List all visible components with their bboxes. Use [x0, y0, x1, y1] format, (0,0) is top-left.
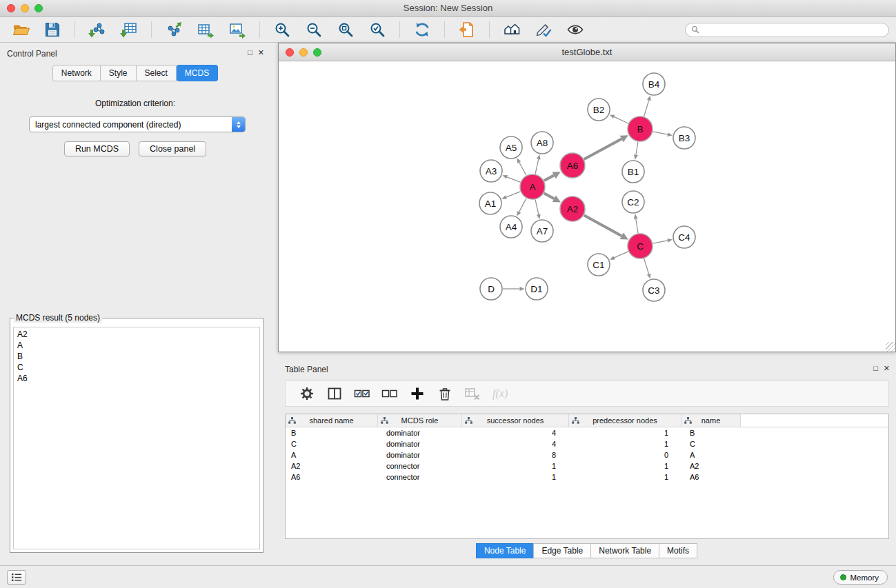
import-table-button[interactable]: [115, 19, 143, 40]
column-header-name[interactable]: name: [681, 414, 741, 427]
zoom-window-button[interactable]: [34, 4, 43, 12]
import-network-button[interactable]: [83, 19, 111, 40]
resize-grip-icon[interactable]: [886, 342, 895, 352]
export-document-button[interactable]: [453, 19, 481, 40]
edge-A-A6[interactable]: [544, 175, 554, 181]
minimize-window-button[interactable]: [21, 4, 29, 12]
zoom-fit-button[interactable]: [332, 19, 359, 40]
tab-edge-table[interactable]: Edge Table: [533, 543, 591, 558]
edge-A-A5[interactable]: [519, 163, 526, 176]
open-file-button[interactable]: [7, 19, 34, 40]
edge-C-C2[interactable]: [636, 219, 638, 233]
search-input[interactable]: [703, 25, 883, 34]
show-hide-eye-button[interactable]: [561, 19, 589, 40]
optimization-dropdown[interactable]: largest connected component (directed): [29, 116, 246, 132]
table-row[interactable]: Adominator80A: [286, 449, 888, 460]
node-A4[interactable]: A4: [500, 216, 522, 238]
table-close-panel-icon[interactable]: ✕: [884, 364, 890, 372]
edge-A-A4[interactable]: [519, 199, 526, 212]
node-B[interactable]: B: [628, 116, 653, 141]
column-header-successor-nodes[interactable]: successor nodes: [462, 414, 569, 427]
node-B4[interactable]: B4: [643, 73, 665, 95]
table-row[interactable]: A2connector11A2: [286, 460, 888, 472]
node-C1[interactable]: C1: [588, 254, 610, 276]
close-panel-button[interactable]: Close panel: [139, 141, 206, 156]
column-header-shared-name[interactable]: shared name: [286, 414, 378, 427]
edge-B-B1[interactable]: [636, 142, 638, 155]
node-A3[interactable]: A3: [480, 160, 502, 182]
node-A1[interactable]: A1: [479, 192, 501, 214]
memory-button[interactable]: Memory: [833, 570, 888, 585]
table-row[interactable]: Cdominator41C: [286, 438, 888, 449]
node-D[interactable]: D: [480, 278, 502, 300]
edge-C-C1[interactable]: [614, 252, 628, 258]
export-network-button[interactable]: [160, 19, 188, 40]
annotation-pen-button[interactable]: [530, 19, 557, 40]
select-all-button[interactable]: [353, 385, 371, 403]
run-mcds-button[interactable]: Run MCDS: [64, 141, 130, 156]
add-row-button[interactable]: [408, 385, 426, 403]
node-A6[interactable]: A6: [560, 153, 585, 178]
show-panels-button[interactable]: [7, 570, 26, 585]
edge-A-A7[interactable]: [535, 200, 539, 215]
save-session-button[interactable]: [39, 19, 66, 40]
tab-style[interactable]: Style: [101, 65, 137, 81]
edge-A2-C[interactable]: [584, 215, 622, 236]
tab-network-table[interactable]: Network Table: [590, 543, 659, 558]
edge-B-B3[interactable]: [653, 132, 668, 134]
node-C3[interactable]: C3: [643, 279, 665, 301]
mcds-result-item[interactable]: A2: [14, 329, 259, 340]
edge-A6-B[interactable]: [584, 139, 621, 159]
gear-button[interactable]: [298, 385, 316, 403]
tab-mcds[interactable]: MCDS: [177, 65, 218, 81]
edge-C-C4[interactable]: [653, 241, 668, 243]
tab-motifs[interactable]: Motifs: [659, 543, 697, 558]
columns-button[interactable]: [326, 385, 344, 403]
network-minimize-button[interactable]: [299, 48, 308, 57]
deselect-all-button[interactable]: [381, 385, 399, 403]
float-panel-icon[interactable]: □: [248, 48, 252, 57]
node-A8[interactable]: A8: [531, 132, 553, 154]
column-header-mcds-role[interactable]: MCDS role: [378, 414, 462, 427]
mcds-result-item[interactable]: C: [14, 362, 259, 373]
apply-layout-refresh-button[interactable]: [408, 19, 436, 40]
close-panel-icon[interactable]: ✕: [258, 48, 264, 57]
dropdown-stepper-icon[interactable]: [232, 117, 245, 132]
node-A2[interactable]: A2: [560, 196, 585, 221]
column-header-predecessor-nodes[interactable]: predecessor nodes: [569, 414, 681, 427]
tab-select[interactable]: Select: [137, 65, 177, 81]
first-neighbors-button[interactable]: [498, 19, 526, 40]
network-graph-svg[interactable]: AA1A2A3A4A5A6A7A8BB1B2B3B4CC1C2C3C4DD1: [279, 62, 895, 352]
search-box[interactable]: [685, 23, 889, 37]
mcds-result-list[interactable]: A2ABCA6: [13, 327, 260, 549]
network-zoom-button[interactable]: [313, 48, 321, 57]
network-close-button[interactable]: [286, 48, 294, 57]
edge-A-A8[interactable]: [535, 159, 539, 174]
delete-row-button[interactable]: [436, 385, 454, 403]
mcds-result-item[interactable]: A6: [14, 373, 259, 384]
tab-node-table[interactable]: Node Table: [476, 543, 535, 558]
edge-C-C3[interactable]: [644, 258, 649, 274]
table-row[interactable]: A6connector11A6: [286, 472, 888, 483]
node-B3[interactable]: B3: [673, 127, 695, 149]
node-C[interactable]: C: [628, 234, 653, 258]
zoom-out-button[interactable]: [300, 19, 328, 40]
edge-A-A1[interactable]: [506, 192, 521, 197]
node-A[interactable]: A: [520, 174, 545, 199]
edge-B-B2[interactable]: [614, 116, 628, 123]
table-float-panel-icon[interactable]: □: [873, 364, 878, 372]
close-window-button[interactable]: [7, 4, 15, 12]
export-table-button[interactable]: [192, 19, 219, 40]
edge-B-B4[interactable]: [644, 100, 649, 116]
node-D1[interactable]: D1: [526, 278, 548, 300]
export-image-button[interactable]: [223, 19, 251, 40]
node-B2[interactable]: B2: [588, 99, 610, 121]
table-row[interactable]: Bdominator41B: [286, 427, 888, 438]
edge-A-A3[interactable]: [507, 177, 520, 182]
zoom-selected-button[interactable]: [364, 19, 391, 40]
node-A7[interactable]: A7: [531, 220, 553, 242]
node-B1[interactable]: B1: [622, 161, 644, 183]
node-C2[interactable]: C2: [622, 191, 644, 213]
network-canvas[interactable]: AA1A2A3A4A5A6A7A8BB1B2B3B4CC1C2C3C4DD1: [279, 62, 895, 352]
node-A5[interactable]: A5: [500, 136, 522, 159]
